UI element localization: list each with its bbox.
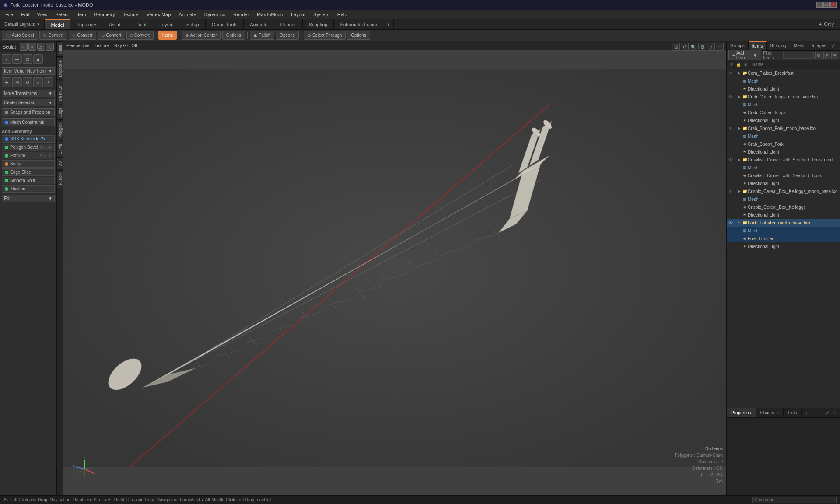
eye-icon-fork-lobster[interactable]: 👁 [727,219,735,226]
tab-setup[interactable]: Setup [180,19,206,29]
menu-item[interactable]: Item [73,11,89,18]
icon-select-vertices[interactable]: • [2,54,11,64]
rpanel-tab-groups[interactable]: Groups [727,41,749,50]
header-lock-icon[interactable]: 🔒 [735,62,742,68]
icon-select-item[interactable]: ▲ [33,54,43,64]
tab-layout[interactable]: Layout [153,19,180,29]
tab-scripting[interactable]: Scripting [303,19,334,29]
add-item-button[interactable]: + Add Item ▼ [728,50,761,61]
tool-polygon-bevel[interactable]: Polygon Bevel Shift-B [2,144,55,151]
eye-icon-crab-spoon-light[interactable] [727,148,735,155]
tree-item-crab-spoon-item[interactable]: ◈ Crab_Spoon_Fork [727,140,840,148]
viewport-fit-btn[interactable]: ⊞ [672,43,680,51]
tree-item-crispix-group[interactable]: 👁 ▶ 📁 Crispix_Cereal_Box_Kelloggs_modo_b… [727,187,840,195]
tree-item-corn-light[interactable]: ☀ Directional Light [727,85,840,93]
vert-tab-edge[interactable]: Edge [57,105,63,120]
tree-item-corn-flakes-group[interactable]: 👁 ▶ 📁 Corn_Flakes_Breakfast [727,69,840,77]
tree-item-crispix-mesh[interactable]: ▦ Mesh [727,195,840,203]
vert-tab-duplicate[interactable]: Duplicate [57,57,63,80]
filter-expand-btn[interactable]: ⤢ [823,52,830,60]
eye-icon-crispix-mesh[interactable] [727,196,735,203]
tree-item-crab-cutter-item[interactable]: ◈ Crab_Cutter_Tongs [727,108,840,116]
tree-item-corn-mesh[interactable]: ▦ Mesh [727,77,840,85]
maximize-button[interactable]: □ [823,2,830,8]
sculpt-icon-1[interactable]: ○ [20,43,28,51]
eye-icon-fork-lobster-item[interactable] [727,235,735,242]
header-vis-icon[interactable]: ◉ [742,62,749,68]
vert-tab-basic[interactable]: Basic [57,41,63,57]
sculpt-icon-4[interactable]: ◁ [46,43,54,51]
eye-icon-crab-spoon-mesh[interactable] [727,133,735,140]
arrow-crab-spoon[interactable]: ▶ [736,126,742,130]
arrow-crispix[interactable]: ▶ [736,189,742,193]
items-tree[interactable]: 👁 ▶ 📁 Corn_Flakes_Breakfast ▦ Mesh ☀ Dir… [727,69,840,408]
viewport-rotate-btn[interactable]: ↺ [681,43,689,51]
selectthrough-button[interactable]: ⊙ Select Through [304,31,346,40]
tree-item-crawfish-item[interactable]: ◈ Crawfish_Dinner_with_Seafood_Tools [727,172,840,179]
tree-item-crab-cutter-mesh[interactable]: ▦ Mesh [727,101,840,108]
menu-view[interactable]: View [34,11,51,18]
eye-icon-crab-cutter-light[interactable] [727,117,735,124]
only-button[interactable]: ★ Only [816,21,836,28]
viewport[interactable]: Perspective Texture Ray GL: Off ⊞ ↺ 🔍 ⚙ … [63,41,726,495]
close-button[interactable]: × [830,2,836,8]
convert4-button[interactable]: □ Convert [126,31,153,40]
icon-rotate[interactable]: ↺ [23,77,32,87]
tool-extrude[interactable]: Extrude Shift-X [2,152,55,159]
layout-selector[interactable]: Default Layouts ▼ [0,19,45,29]
rpanel-tab-shading[interactable]: Shading [766,41,790,50]
vert-tab-fusion[interactable]: Fusion [57,170,63,188]
eye-icon-crab-cutter[interactable]: 👁 [727,93,735,100]
rpanel-tab-images[interactable]: Images [808,41,830,50]
tree-item-crab-cutter-group[interactable]: 👁 ▶ 📁 Crab_Cutter_Tongs_modo_base.lxo [727,93,840,101]
menu-texture[interactable]: Texture [119,11,142,18]
tool-bridge[interactable]: Bridge [2,160,55,168]
tab-uvedit[interactable]: UvEdit [102,19,129,29]
center-selected-button[interactable]: Center Selected ▼ [2,99,55,106]
item-menu-dropdown[interactable]: Item Menu: New Item ▼ [2,67,55,75]
arrow-crawfish[interactable]: ▶ [736,158,742,162]
tree-item-fork-lobster-group[interactable]: 👁 ▼ 📁 Fork_Lobster_modo_base.lxo [727,219,840,227]
edit-dropdown[interactable]: Edit ▼ [2,195,55,202]
vert-tab-polygon[interactable]: Polygon [57,120,63,141]
filter-menu-btn[interactable]: ≡ [831,52,838,60]
tab-model[interactable]: Model [45,19,70,29]
eye-icon-crawfish-mesh[interactable] [727,164,735,171]
rpanel-expand-icon[interactable]: ⤢ [830,42,837,49]
tree-item-crab-spoon-mesh[interactable]: ▦ Mesh [727,132,840,140]
menu-render[interactable]: Render [230,11,252,18]
menu-dynamics[interactable]: Dynamics [201,11,229,18]
viewport-zoom-btn[interactable]: 🔍 [690,43,697,51]
options1-button[interactable]: Options [222,31,245,40]
eye-icon-crab-cutter-item[interactable] [727,109,735,116]
icon-select-edges[interactable]: — [12,54,22,64]
rb-tab-channels[interactable]: Channels [756,408,784,417]
options3-button[interactable]: Options [347,31,370,40]
menu-layout[interactable]: Layout [287,11,309,18]
rb-tab-properties[interactable]: Properties [727,408,756,417]
arrow-fork-lobster[interactable]: ▼ [736,220,742,225]
icon-select-poly[interactable]: □ [23,54,32,64]
rb-tab-lists[interactable]: Lists [784,408,802,417]
tree-item-crispix-item[interactable]: ◈ Crispix_Cereal_Box_Kelloggs [727,203,840,211]
menu-system[interactable]: System [310,11,333,18]
filter-btn[interactable]: ⊘ [815,52,822,60]
menu-select[interactable]: Select [52,11,72,18]
rb-tab-add[interactable]: + [802,408,810,417]
tree-item-crab-spoon-light[interactable]: ☀ Directional Light [727,148,840,156]
menu-help[interactable]: Help [334,11,351,18]
arrow-corn[interactable]: ▶ [736,71,742,75]
rpanel-tab-mesh[interactable]: Mesh [790,41,808,50]
convert2-button[interactable]: △ Convert [69,31,96,40]
icon-extra1[interactable]: ⌖ [44,77,53,87]
tool-sds-subdivide[interactable]: SDS Subdivide 2x [2,135,55,143]
tree-item-fork-lobster-item[interactable]: ◈ Fork_Lobster [727,234,840,242]
eye-icon-crab-spoon[interactable]: 👁 [727,125,735,132]
sculpt-icon-2[interactable]: ○ [28,43,36,51]
eye-icon-crab-spoon-item[interactable] [727,140,735,147]
rb-expand-icon[interactable]: ⤢ [823,410,830,416]
falloff-button[interactable]: ◐ Falloff [250,31,274,40]
eye-icon-fork-lobster-light[interactable] [727,243,735,250]
menu-animate[interactable]: Animate [175,11,200,18]
vert-tab-meshedit[interactable]: Mesh Edit [57,80,63,104]
